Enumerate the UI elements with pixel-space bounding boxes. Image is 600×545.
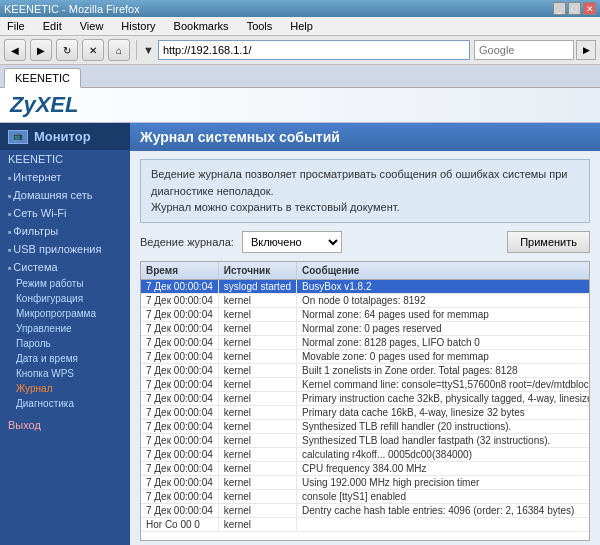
form-label: Ведение журнала:	[140, 236, 234, 248]
table-row[interactable]: 7 Дек 00:00:04kernelPrimary data cache 1…	[141, 405, 590, 419]
cell-time: 7 Дек 00:00:04	[141, 475, 218, 489]
cell-source: kernel	[218, 377, 296, 391]
sidebar-sub-management[interactable]: Управление	[0, 321, 130, 336]
cell-time: 7 Дек 00:00:04	[141, 489, 218, 503]
cell-time: 7 Дек 00:00:04	[141, 321, 218, 335]
apply-button[interactable]: Применить	[507, 231, 590, 253]
log-table-container[interactable]: Время Источник Сообщение 7 Дек 00:00:04s…	[140, 261, 590, 541]
cell-time: 7 Дек 00:00:04	[141, 377, 218, 391]
browser-title: KEENETIC - Mozilla Firefox	[4, 3, 140, 15]
table-row[interactable]: 7 Дек 00:00:04syslogd startedBusyBox v1.…	[141, 279, 590, 293]
cell-message: console [ttyS1] enabled	[297, 489, 590, 503]
menu-file[interactable]: File	[4, 19, 28, 33]
cell-time: 7 Дек 00:00:04	[141, 363, 218, 377]
sidebar-item-wifi[interactable]: Сеть Wi-Fi	[0, 204, 130, 222]
maximize-button[interactable]: □	[568, 2, 581, 15]
sidebar-item-internet[interactable]: Интернет	[0, 168, 130, 186]
sidebar-section: KEENETIC Интернет Домашняя сеть Сеть Wi-…	[0, 150, 130, 435]
cell-message: On node 0 totalpages: 8192	[297, 293, 590, 307]
cell-message: Dentry cache hash table entries: 4096 (o…	[297, 503, 590, 517]
table-row[interactable]: 7 Дек 00:00:04kernelOn node 0 totalpages…	[141, 293, 590, 307]
sidebar-item-keenetic[interactable]: KEENETIC	[0, 150, 130, 168]
stop-button[interactable]: ✕	[82, 39, 104, 61]
cell-time: 7 Дек 00:00:04	[141, 307, 218, 321]
table-row[interactable]: Hor Co 00 0kernel	[141, 517, 590, 531]
minimize-button[interactable]: _	[553, 2, 566, 15]
close-button[interactable]: ✕	[583, 2, 596, 15]
table-row[interactable]: 7 Дек 00:00:04kernelSynthesized TLB load…	[141, 433, 590, 447]
table-row[interactable]: 7 Дек 00:00:04kernelUsing 192.000 MHz hi…	[141, 475, 590, 489]
log-table: Время Источник Сообщение 7 Дек 00:00:04s…	[141, 262, 590, 532]
cell-source: kernel	[218, 447, 296, 461]
sidebar-sub-password[interactable]: Пароль	[0, 336, 130, 351]
cell-source: kernel	[218, 391, 296, 405]
search-input[interactable]	[474, 40, 574, 60]
cell-message: BusyBox v1.8.2	[297, 279, 590, 293]
cell-message: Using 192.000 MHz high precision timer	[297, 475, 590, 489]
address-input[interactable]	[158, 40, 470, 60]
reload-button[interactable]: ↻	[56, 39, 78, 61]
sidebar-item-filters[interactable]: Фильтры	[0, 222, 130, 240]
sidebar-sub-config[interactable]: Конфигурация	[0, 291, 130, 306]
table-row[interactable]: 7 Дек 00:00:04kernelKernel command line:…	[141, 377, 590, 391]
sidebar-sub-firmware[interactable]: Микропрограмма	[0, 306, 130, 321]
cell-source: kernel	[218, 307, 296, 321]
cell-time: 7 Дек 00:00:04	[141, 419, 218, 433]
table-row[interactable]: 7 Дек 00:00:04kernelSynthesized TLB refi…	[141, 419, 590, 433]
sidebar-sub-diagnostics[interactable]: Диагностика	[0, 396, 130, 411]
cell-message: Synthesized TLB refill handler (20 instr…	[297, 419, 590, 433]
table-row[interactable]: 7 Дек 00:00:04kernelPrimary instruction …	[141, 391, 590, 405]
cell-message: CPU frequency 384.00 MHz	[297, 461, 590, 475]
search-button[interactable]: ▶	[576, 40, 596, 60]
cell-message: Normal zone: 64 pages used for memmap	[297, 307, 590, 321]
sidebar-header-label: Монитор	[34, 129, 91, 144]
sidebar-item-usb[interactable]: USB приложения	[0, 240, 130, 258]
sidebar-item-system[interactable]: Система	[0, 258, 130, 276]
table-row[interactable]: 7 Дек 00:00:04kernelconsole [ttyS1] enab…	[141, 489, 590, 503]
cell-time: 7 Дек 00:00:04	[141, 447, 218, 461]
table-row[interactable]: 7 Дек 00:00:04kernelcalculating r4koff..…	[141, 447, 590, 461]
tab-bar: KEENETIC	[0, 65, 600, 88]
home-button[interactable]: ⌂	[108, 39, 130, 61]
toolbar: ◀ ▶ ↻ ✕ ⌂ ▼ ▶	[0, 36, 600, 65]
cell-message: Synthesized TLB load handler fastpath (3…	[297, 433, 590, 447]
menu-tools[interactable]: Tools	[244, 19, 276, 33]
content-area: Журнал системных событий Ведение журнала…	[130, 123, 600, 545]
logging-select[interactable]: Включено Отключено	[242, 231, 342, 253]
browser-tab[interactable]: KEENETIC	[4, 68, 81, 88]
menu-bookmarks[interactable]: Bookmarks	[171, 19, 232, 33]
cell-source: kernel	[218, 433, 296, 447]
cell-time: 7 Дек 00:00:04	[141, 349, 218, 363]
cell-message: Primary instruction cache 32kB, physical…	[297, 391, 590, 405]
table-row[interactable]: 7 Дек 00:00:04kernelBuilt 1 zonelists in…	[141, 363, 590, 377]
cell-source: kernel	[218, 293, 296, 307]
menu-help[interactable]: Help	[287, 19, 316, 33]
menu-edit[interactable]: Edit	[40, 19, 65, 33]
back-button[interactable]: ◀	[4, 39, 26, 61]
menu-history[interactable]: History	[118, 19, 158, 33]
cell-time: 7 Дек 00:00:04	[141, 405, 218, 419]
sidebar-sub-datetime[interactable]: Дата и время	[0, 351, 130, 366]
sidebar-exit[interactable]: Выход	[0, 415, 130, 435]
cell-time: 7 Дек 00:00:04	[141, 433, 218, 447]
sidebar-item-home-network[interactable]: Домашняя сеть	[0, 186, 130, 204]
cell-time: 7 Дек 00:00:04	[141, 293, 218, 307]
menu-view[interactable]: View	[77, 19, 107, 33]
cell-time: 7 Дек 00:00:04	[141, 503, 218, 517]
sidebar-sub-wps[interactable]: Кнопка WPS	[0, 366, 130, 381]
cell-message: Normal zone: 0 pages reserved	[297, 321, 590, 335]
menu-bar: File Edit View History Bookmarks Tools H…	[0, 17, 600, 36]
sidebar-sub-mode[interactable]: Режим работы	[0, 276, 130, 291]
cell-time: 7 Дек 00:00:04	[141, 391, 218, 405]
table-row[interactable]: 7 Дек 00:00:04kernelDentry cache hash ta…	[141, 503, 590, 517]
zyxel-logo-bar: ZyXEL	[0, 88, 600, 123]
table-row[interactable]: 7 Дек 00:00:04kernelMovable zone: 0 page…	[141, 349, 590, 363]
table-row[interactable]: 7 Дек 00:00:04kernelNormal zone: 0 pages…	[141, 321, 590, 335]
table-row[interactable]: 7 Дек 00:00:04kernelNormal zone: 8128 pa…	[141, 335, 590, 349]
address-bar: ▼	[143, 40, 470, 60]
sidebar-sub-journal[interactable]: Журнал	[0, 381, 130, 396]
table-row[interactable]: 7 Дек 00:00:04kernelCPU frequency 384.00…	[141, 461, 590, 475]
cell-time: 7 Дек 00:00:04	[141, 279, 218, 293]
table-row[interactable]: 7 Дек 00:00:04kernelNormal zone: 64 page…	[141, 307, 590, 321]
forward-button[interactable]: ▶	[30, 39, 52, 61]
